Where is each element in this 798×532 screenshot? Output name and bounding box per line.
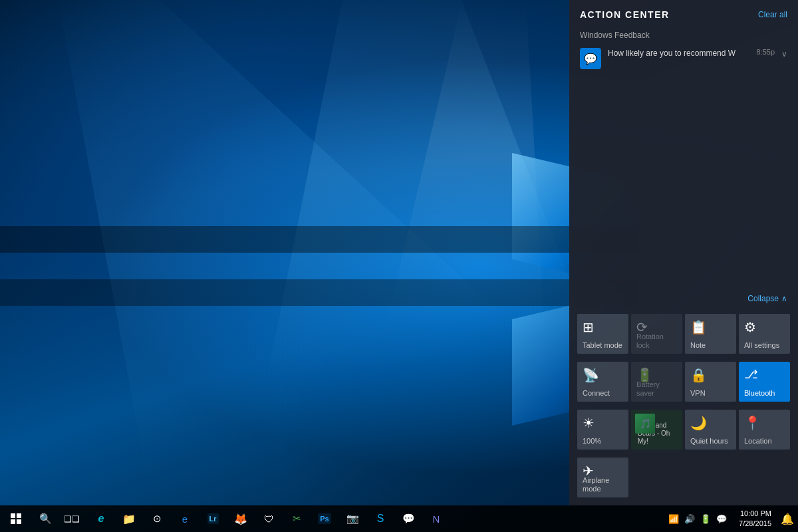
- taskbar-app-app1[interactable]: 📷: [339, 507, 366, 531]
- taskbar-app-ie[interactable]: e: [172, 507, 198, 531]
- onenote-icon: N: [433, 513, 440, 525]
- quick-actions-row1: ⊞ Tablet mode ⟳ Rotation lock 📋 Note ⚙ A…: [569, 309, 798, 362]
- taskbar-app-onenote[interactable]: N: [423, 507, 450, 531]
- qa-quiet-hours-label: Quiet hours: [690, 437, 728, 446]
- taskbar-apps: e 📁 ⊙ e Lr 🦊 🛡 ✂ Ps: [85, 507, 662, 531]
- note-icon: 📋: [690, 319, 707, 335]
- taskbar-app-cp[interactable]: 🛡: [255, 507, 282, 531]
- svg-rect-0: [11, 513, 15, 518]
- dark-band-2: [0, 279, 638, 306]
- firefox-icon: 🦊: [234, 513, 247, 525]
- rotation-lock-icon: ⟳: [636, 319, 648, 335]
- qa-location-label: Location: [744, 437, 772, 446]
- skype-icon: S: [377, 513, 384, 525]
- taskbar-app-messaging[interactable]: 💬: [395, 507, 422, 531]
- system-tray: 📶 🔊 🔋 💬: [662, 505, 733, 532]
- qa-brightness[interactable]: ☀ 100%: [577, 410, 628, 450]
- qa-note[interactable]: 📋 Note: [685, 314, 736, 354]
- qa-brightness-label: 100%: [583, 437, 601, 446]
- location-icon: 📍: [744, 415, 761, 431]
- taskbar-app-gs[interactable]: ✂: [283, 507, 310, 531]
- qa-rotation-lock[interactable]: ⟳ Rotation lock: [631, 314, 682, 354]
- quick-actions-row3: ☀ 100% 🎵 Lions and Bears - Oh My! 🌙 Quie…: [569, 410, 798, 458]
- messaging-icon: 💬: [402, 513, 415, 525]
- airplane-icon: ✈: [583, 463, 594, 479]
- clock-time: 10:00 PM: [740, 509, 771, 519]
- action-center-header: ACTION CENTER Clear all: [569, 0, 798, 27]
- qa-battery-saver[interactable]: 🔋 Battery saver: [631, 362, 682, 402]
- photoshop-icon: Ps: [318, 513, 331, 524]
- svg-rect-3: [17, 519, 21, 524]
- notification-content: How likely are you to recommend W 8:55p: [608, 48, 775, 59]
- ie-icon: e: [182, 513, 188, 525]
- qa-tablet-mode[interactable]: ⊞ Tablet mode: [577, 314, 628, 354]
- tray-battery-icon[interactable]: 🔋: [699, 505, 712, 532]
- notification-item[interactable]: 💬 How likely are you to recommend W 8:55…: [569, 43, 798, 74]
- tray-network-icon[interactable]: 📶: [667, 505, 680, 532]
- settings-icon: ⚙: [744, 319, 756, 335]
- task-view-button[interactable]: ❑❑: [59, 505, 85, 532]
- explorer-icon: 📁: [122, 513, 136, 525]
- qa-all-settings-label: All settings: [744, 341, 779, 350]
- taskbar-app-explorer[interactable]: 📁: [116, 507, 142, 531]
- qa-airplane-mode[interactable]: ✈ Airplane mode: [577, 458, 628, 497]
- qa-all-settings[interactable]: ⚙ All settings: [739, 314, 790, 354]
- quick-actions-row2: 📡 Connect 🔋 Battery saver 🔒 VPN ⎇ Blueto…: [569, 362, 798, 410]
- qa-location[interactable]: 📍 Location: [739, 410, 790, 450]
- task-view-icon: ❑❑: [64, 514, 80, 524]
- chrome-icon: ⊙: [153, 513, 162, 525]
- taskbar-app-firefox[interactable]: 🦊: [227, 507, 254, 531]
- lightroom-icon: Lr: [207, 513, 219, 524]
- taskbar-app-lightroom[interactable]: Lr: [200, 507, 226, 531]
- action-center-panel: ACTION CENTER Clear all Windows Feedback…: [569, 0, 798, 505]
- battery-saver-icon: 🔋: [636, 367, 653, 383]
- qa-quiet-hours[interactable]: 🌙 Quiet hours: [685, 410, 736, 450]
- bluetooth-icon: ⎇: [744, 367, 758, 382]
- tray-chat-icon[interactable]: 💬: [715, 505, 728, 532]
- greenshot-icon: ✂: [293, 513, 301, 525]
- vpn-icon: 🔒: [690, 367, 707, 383]
- notification-expand-icon[interactable]: ∨: [781, 49, 787, 59]
- qa-note-label: Note: [690, 341, 706, 350]
- tray-volume-icon[interactable]: 🔊: [683, 505, 696, 532]
- notification-section-label: Windows Feedback: [569, 27, 798, 43]
- taskbar-app-skype[interactable]: S: [367, 507, 394, 531]
- search-icon: 🔍: [39, 513, 52, 525]
- taskbar-clock[interactable]: 10:00 PM 7/28/2015: [733, 509, 777, 529]
- collapse-button[interactable]: Collapse ∧: [747, 294, 787, 303]
- battery-icon: 🔋: [700, 514, 711, 524]
- connect-icon: 📡: [583, 367, 599, 383]
- search-button[interactable]: 🔍: [32, 505, 59, 532]
- taskbar-app-photoshop[interactable]: Ps: [311, 507, 338, 531]
- app1-icon: 📷: [346, 513, 359, 525]
- control-panel-icon: 🛡: [264, 513, 274, 525]
- notification-center-button[interactable]: 🔔: [777, 505, 798, 532]
- qa-bluetooth-label: Bluetooth: [744, 389, 775, 398]
- taskbar-app-edge[interactable]: e: [88, 507, 114, 531]
- qa-connect[interactable]: 📡 Connect: [577, 362, 628, 402]
- svg-rect-2: [11, 519, 15, 524]
- svg-rect-1: [17, 513, 21, 518]
- notification-text: How likely are you to recommend W: [608, 48, 735, 59]
- desktop: ACTION CENTER Clear all Windows Feedback…: [0, 0, 798, 532]
- quick-actions-row4: ✈ Airplane mode: [569, 458, 798, 505]
- clear-all-button[interactable]: Clear all: [758, 10, 787, 19]
- collapse-row: Collapse ∧: [569, 289, 798, 309]
- edge-icon: e: [98, 513, 104, 525]
- qa-tablet-mode-label: Tablet mode: [583, 341, 622, 350]
- clock-date: 7/28/2015: [739, 519, 771, 529]
- chevron-up-icon: ∧: [781, 294, 787, 303]
- notification-time: 8:55p: [756, 48, 775, 56]
- volume-icon: 🔊: [684, 514, 695, 524]
- qa-bluetooth[interactable]: ⎇ Bluetooth: [739, 362, 790, 402]
- qa-vpn[interactable]: 🔒 VPN: [685, 362, 736, 402]
- media-thumbnail-icon: 🎵: [635, 414, 655, 434]
- qa-vpn-label: VPN: [690, 389, 706, 398]
- notification-app-icon: 💬: [580, 48, 601, 69]
- start-button[interactable]: [0, 505, 32, 532]
- taskbar-app-chrome[interactable]: ⊙: [144, 507, 170, 531]
- network-icon: 📶: [668, 514, 679, 524]
- qa-media[interactable]: 🎵 Lions and Bears - Oh My!: [631, 410, 682, 450]
- action-center-spacer: [569, 74, 798, 289]
- dark-band-1: [0, 226, 638, 253]
